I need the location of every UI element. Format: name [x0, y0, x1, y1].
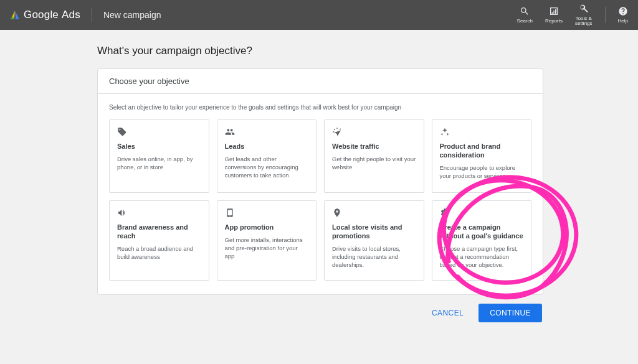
objective-title: Brand awareness and reach — [117, 223, 201, 241]
objective-desc: Reach a broad audience and build awarene… — [117, 245, 201, 261]
objective-title: Create a campaign without a goal's guida… — [440, 223, 524, 241]
svg-point-2 — [11, 17, 14, 19]
objective-desc: Get the right people to visit your websi… — [332, 155, 416, 172]
reports-icon — [549, 6, 559, 17]
objective-desc: Get leads and other conversions by encou… — [225, 155, 309, 180]
click-icon — [332, 126, 416, 138]
card-title: Choose your objective — [98, 69, 543, 94]
objective-no-goal-guidance[interactable]: Create a campaign without a goal's guida… — [432, 200, 532, 281]
objective-app-promotion[interactable]: App promotion Get more installs, interac… — [217, 200, 317, 281]
app-header: Google Ads New campaign Search Reports T… — [0, 0, 638, 30]
megaphone-icon — [117, 207, 201, 218]
page-title: New campaign — [103, 10, 161, 20]
objective-leads[interactable]: Leads Get leads and other conversions by… — [217, 119, 317, 193]
objective-card: Choose your objective Select an objectiv… — [97, 68, 543, 295]
objective-grid: Sales Drive sales online, in app, by pho… — [109, 119, 531, 281]
header-left: Google Ads New campaign — [10, 8, 161, 22]
gear-icon — [440, 207, 524, 218]
objective-local-store[interactable]: Local store visits and promotions Drive … — [324, 200, 424, 281]
card-body: Select an objective to tailor your exper… — [98, 94, 543, 294]
objective-sales[interactable]: Sales Drive sales online, in app, by pho… — [109, 119, 209, 193]
sparkle-icon — [440, 126, 524, 138]
continue-button[interactable]: CONTINUE — [478, 304, 542, 322]
objective-title: Website traffic — [332, 142, 416, 151]
header-divider — [92, 8, 92, 22]
header-right: Search Reports Tools &settings Help — [517, 4, 628, 26]
question-heading: What's your campaign objective? — [97, 45, 543, 57]
logo-text: Google Ads — [24, 9, 80, 21]
people-icon — [225, 126, 309, 138]
search-tool[interactable]: Search — [517, 6, 533, 24]
objective-title: Leads — [225, 142, 309, 151]
help-tool[interactable]: Help — [618, 6, 628, 24]
objective-desc: Drive sales online, in app, by phone, or… — [117, 155, 201, 172]
objective-brand-awareness[interactable]: Brand awareness and reach Reach a broad … — [109, 200, 209, 281]
objective-desc: Drive visits to local stores, including … — [332, 245, 416, 269]
objective-title: Product and brand consideration — [440, 142, 524, 160]
objective-title: Local store visits and promotions — [332, 223, 416, 241]
objective-desc: Encourage people to explore your product… — [440, 164, 524, 180]
objective-desc: Get more installs, interactions and pre-… — [225, 236, 309, 261]
objective-title: Sales — [117, 142, 201, 151]
tool-label: Search — [517, 19, 533, 24]
tool-label: Help — [618, 19, 628, 24]
svg-marker-0 — [15, 11, 19, 19]
objective-title: App promotion — [225, 223, 309, 232]
objective-product-brand-consideration[interactable]: Product and brand consideration Encourag… — [432, 119, 532, 193]
objective-website-traffic[interactable]: Website traffic Get the right people to … — [324, 119, 424, 193]
card-subtext: Select an objective to tailor your exper… — [109, 104, 531, 111]
tool-label: Tools &settings — [575, 16, 593, 26]
objective-desc: Choose a campaign type first, without a … — [440, 245, 524, 269]
reports-tool[interactable]: Reports — [545, 6, 563, 24]
search-icon — [520, 6, 530, 17]
header-divider — [605, 7, 606, 23]
google-ads-logo-icon — [10, 10, 20, 20]
help-icon — [618, 6, 628, 17]
logo[interactable]: Google Ads — [10, 9, 80, 21]
wrench-icon — [579, 4, 589, 15]
tools-settings-tool[interactable]: Tools &settings — [575, 4, 593, 26]
main-content: What's your campaign objective? Choose y… — [0, 30, 638, 322]
tag-icon — [117, 126, 201, 138]
cancel-button[interactable]: CANCEL — [426, 304, 470, 322]
pin-icon — [332, 207, 416, 218]
tool-label: Reports — [545, 19, 563, 24]
footer-actions: CANCEL CONTINUE — [97, 304, 543, 322]
phone-icon — [225, 207, 309, 218]
